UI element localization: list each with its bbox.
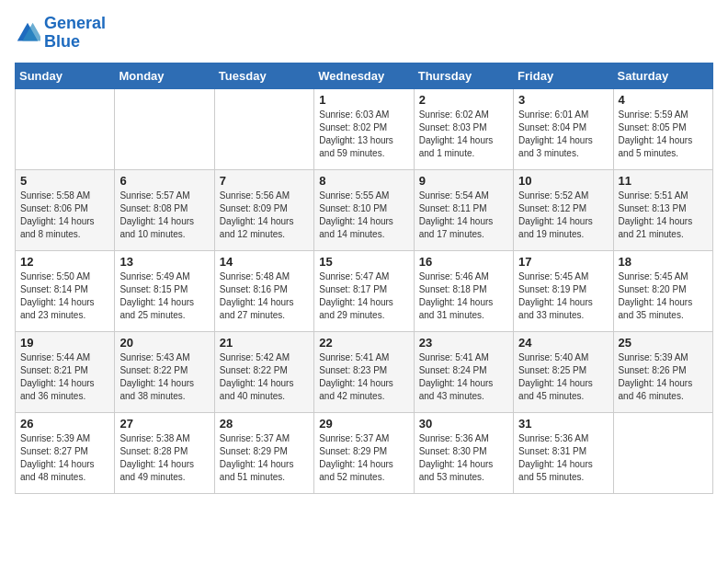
calendar-empty-cell <box>214 88 313 169</box>
day-content: Sunrise: 5:51 AMSunset: 8:13 PMDaylight:… <box>619 190 708 241</box>
calendar-day-27: 27Sunrise: 5:38 AMSunset: 8:28 PMDayligh… <box>115 412 214 493</box>
day-number: 16 <box>419 255 508 269</box>
header-wednesday: Wednesday <box>314 63 414 88</box>
logo: General Blue <box>15 15 106 52</box>
page-header: General Blue <box>15 15 713 52</box>
header-tuesday: Tuesday <box>214 63 313 88</box>
day-content: Sunrise: 5:43 AMSunset: 8:22 PMDaylight:… <box>119 351 209 403</box>
day-content: Sunrise: 5:47 AMSunset: 8:17 PMDaylight:… <box>319 270 408 322</box>
calendar-empty-cell <box>16 88 115 169</box>
day-content: Sunrise: 5:50 AMSunset: 8:14 PMDaylight:… <box>20 270 109 322</box>
logo-text: General Blue <box>44 15 106 52</box>
calendar-empty-cell <box>115 88 214 169</box>
calendar-week-row: 26Sunrise: 5:39 AMSunset: 8:27 PMDayligh… <box>16 412 713 493</box>
day-content: Sunrise: 5:45 AMSunset: 8:20 PMDaylight:… <box>619 270 708 322</box>
day-number: 6 <box>119 174 209 188</box>
calendar-day-14: 14Sunrise: 5:48 AMSunset: 8:16 PMDayligh… <box>214 250 313 331</box>
day-number: 2 <box>419 93 508 107</box>
calendar-day-13: 13Sunrise: 5:49 AMSunset: 8:15 PMDayligh… <box>115 250 214 331</box>
day-number: 9 <box>419 174 508 188</box>
day-number: 30 <box>419 417 508 431</box>
calendar-day-8: 8Sunrise: 5:55 AMSunset: 8:10 PMDaylight… <box>314 169 414 250</box>
day-content: Sunrise: 6:03 AMSunset: 8:02 PMDaylight:… <box>319 109 408 160</box>
calendar-day-24: 24Sunrise: 5:40 AMSunset: 8:25 PMDayligh… <box>514 331 613 412</box>
header-thursday: Thursday <box>414 63 513 88</box>
day-content: Sunrise: 5:42 AMSunset: 8:22 PMDaylight:… <box>220 351 309 403</box>
calendar-day-19: 19Sunrise: 5:44 AMSunset: 8:21 PMDayligh… <box>16 331 115 412</box>
day-number: 28 <box>220 417 309 431</box>
day-content: Sunrise: 5:58 AMSunset: 8:06 PMDaylight:… <box>20 190 109 241</box>
day-content: Sunrise: 5:37 AMSunset: 8:29 PMDaylight:… <box>319 432 408 484</box>
calendar-week-row: 19Sunrise: 5:44 AMSunset: 8:21 PMDayligh… <box>16 331 713 412</box>
calendar-day-18: 18Sunrise: 5:45 AMSunset: 8:20 PMDayligh… <box>613 250 712 331</box>
day-number: 24 <box>518 336 608 350</box>
day-content: Sunrise: 5:39 AMSunset: 8:27 PMDaylight:… <box>20 432 109 484</box>
day-number: 20 <box>119 336 209 350</box>
calendar-day-6: 6Sunrise: 5:57 AMSunset: 8:08 PMDaylight… <box>115 169 214 250</box>
day-content: Sunrise: 5:36 AMSunset: 8:30 PMDaylight:… <box>419 432 508 484</box>
day-number: 11 <box>619 174 708 188</box>
calendar-day-31: 31Sunrise: 5:36 AMSunset: 8:31 PMDayligh… <box>514 412 613 493</box>
calendar-day-25: 25Sunrise: 5:39 AMSunset: 8:26 PMDayligh… <box>613 331 712 412</box>
calendar-day-1: 1Sunrise: 6:03 AMSunset: 8:02 PMDaylight… <box>314 88 414 169</box>
day-content: Sunrise: 5:41 AMSunset: 8:24 PMDaylight:… <box>419 351 508 403</box>
day-number: 21 <box>220 336 309 350</box>
day-content: Sunrise: 5:41 AMSunset: 8:23 PMDaylight:… <box>319 351 408 403</box>
day-content: Sunrise: 5:44 AMSunset: 8:21 PMDaylight:… <box>20 351 109 403</box>
calendar-day-22: 22Sunrise: 5:41 AMSunset: 8:23 PMDayligh… <box>314 331 414 412</box>
day-content: Sunrise: 5:55 AMSunset: 8:10 PMDaylight:… <box>319 190 408 241</box>
day-number: 10 <box>518 174 608 188</box>
header-friday: Friday <box>514 63 613 88</box>
header-monday: Monday <box>115 63 214 88</box>
calendar-day-20: 20Sunrise: 5:43 AMSunset: 8:22 PMDayligh… <box>115 331 214 412</box>
calendar-day-10: 10Sunrise: 5:52 AMSunset: 8:12 PMDayligh… <box>514 169 613 250</box>
calendar-day-28: 28Sunrise: 5:37 AMSunset: 8:29 PMDayligh… <box>214 412 313 493</box>
day-number: 15 <box>319 255 408 269</box>
day-content: Sunrise: 5:36 AMSunset: 8:31 PMDaylight:… <box>518 432 608 484</box>
day-number: 12 <box>20 255 109 269</box>
logo-icon <box>15 20 40 46</box>
day-number: 4 <box>619 93 708 107</box>
calendar-day-11: 11Sunrise: 5:51 AMSunset: 8:13 PMDayligh… <box>613 169 712 250</box>
calendar-week-row: 5Sunrise: 5:58 AMSunset: 8:06 PMDaylight… <box>16 169 713 250</box>
header-sunday: Sunday <box>16 63 115 88</box>
day-number: 22 <box>319 336 408 350</box>
day-number: 13 <box>119 255 209 269</box>
calendar-day-17: 17Sunrise: 5:45 AMSunset: 8:19 PMDayligh… <box>514 250 613 331</box>
header-saturday: Saturday <box>613 63 712 88</box>
calendar-day-26: 26Sunrise: 5:39 AMSunset: 8:27 PMDayligh… <box>16 412 115 493</box>
day-content: Sunrise: 5:54 AMSunset: 8:11 PMDaylight:… <box>419 190 508 241</box>
calendar-day-9: 9Sunrise: 5:54 AMSunset: 8:11 PMDaylight… <box>414 169 513 250</box>
calendar-day-3: 3Sunrise: 6:01 AMSunset: 8:04 PMDaylight… <box>514 88 613 169</box>
day-number: 3 <box>518 93 608 107</box>
day-content: Sunrise: 5:59 AMSunset: 8:05 PMDaylight:… <box>619 109 708 160</box>
day-content: Sunrise: 5:56 AMSunset: 8:09 PMDaylight:… <box>220 190 309 241</box>
day-content: Sunrise: 5:48 AMSunset: 8:16 PMDaylight:… <box>220 270 309 322</box>
calendar-day-12: 12Sunrise: 5:50 AMSunset: 8:14 PMDayligh… <box>16 250 115 331</box>
calendar-day-7: 7Sunrise: 5:56 AMSunset: 8:09 PMDaylight… <box>214 169 313 250</box>
day-number: 23 <box>419 336 508 350</box>
calendar-day-29: 29Sunrise: 5:37 AMSunset: 8:29 PMDayligh… <box>314 412 414 493</box>
day-content: Sunrise: 5:45 AMSunset: 8:19 PMDaylight:… <box>518 270 608 322</box>
calendar-day-21: 21Sunrise: 5:42 AMSunset: 8:22 PMDayligh… <box>214 331 313 412</box>
calendar-day-30: 30Sunrise: 5:36 AMSunset: 8:30 PMDayligh… <box>414 412 513 493</box>
day-content: Sunrise: 5:52 AMSunset: 8:12 PMDaylight:… <box>518 190 608 241</box>
day-number: 5 <box>20 174 109 188</box>
calendar-day-4: 4Sunrise: 5:59 AMSunset: 8:05 PMDaylight… <box>613 88 712 169</box>
day-number: 8 <box>319 174 408 188</box>
day-content: Sunrise: 5:38 AMSunset: 8:28 PMDaylight:… <box>119 432 209 484</box>
calendar-day-15: 15Sunrise: 5:47 AMSunset: 8:17 PMDayligh… <box>314 250 414 331</box>
day-number: 27 <box>119 417 209 431</box>
day-number: 25 <box>619 336 708 350</box>
calendar-empty-cell <box>613 412 712 493</box>
day-content: Sunrise: 5:57 AMSunset: 8:08 PMDaylight:… <box>119 190 209 241</box>
day-content: Sunrise: 6:02 AMSunset: 8:03 PMDaylight:… <box>419 109 508 160</box>
calendar-day-23: 23Sunrise: 5:41 AMSunset: 8:24 PMDayligh… <box>414 331 513 412</box>
calendar-week-row: 1Sunrise: 6:03 AMSunset: 8:02 PMDaylight… <box>16 88 713 169</box>
calendar-table: SundayMondayTuesdayWednesdayThursdayFrid… <box>15 63 713 494</box>
calendar-day-16: 16Sunrise: 5:46 AMSunset: 8:18 PMDayligh… <box>414 250 513 331</box>
day-number: 7 <box>220 174 309 188</box>
day-content: Sunrise: 6:01 AMSunset: 8:04 PMDaylight:… <box>518 109 608 160</box>
day-content: Sunrise: 5:46 AMSunset: 8:18 PMDaylight:… <box>419 270 508 322</box>
day-number: 17 <box>518 255 608 269</box>
